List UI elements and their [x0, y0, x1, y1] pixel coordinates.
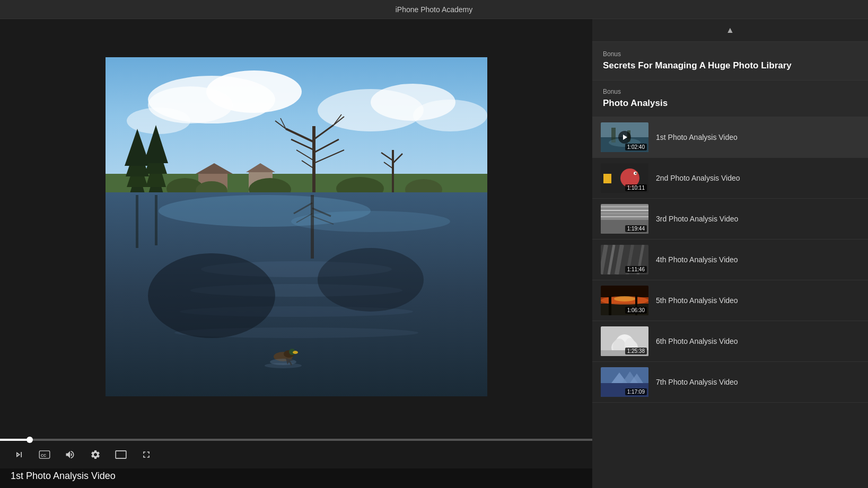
video-list-item[interactable]: 1:11:46 4th Photo Analysis Video — [592, 239, 868, 280]
video-item-label: 5th Photo Analysis Video — [656, 296, 738, 305]
video-title-bar: 1st Photo Analysis Video — [0, 468, 592, 488]
photo-analysis-label: Bonus — [603, 88, 857, 95]
svg-rect-52 — [136, 195, 138, 248]
skip-next-button[interactable] — [11, 446, 28, 463]
svg-rect-99 — [609, 296, 611, 315]
video-item-label: 4th Photo Analysis Video — [656, 255, 738, 264]
svg-point-58 — [148, 253, 275, 338]
video-frame[interactable] — [106, 57, 487, 396]
bonus-section-header: Bonus Secrets For Managing A Huge Photo … — [592, 42, 868, 81]
play-icon — [618, 131, 631, 144]
video-duration: 1:10:11 — [625, 184, 647, 191]
photo-analysis-title: Photo Analysis — [603, 97, 857, 109]
video-thumbnail: 1:10:11 — [601, 163, 648, 193]
video-item-label: 2nd Photo Analysis Video — [656, 173, 740, 183]
svg-point-80 — [635, 173, 637, 174]
svg-point-7 — [127, 108, 190, 134]
video-list-item[interactable]: 1:10:11 2nd Photo Analysis Video — [592, 158, 868, 199]
video-thumbnail: 1:17:09 — [601, 367, 648, 397]
video-duration: 1:11:46 — [625, 266, 647, 273]
sidebar: ▲ Bonus Secrets For Managing A Huge Phot… — [592, 19, 868, 488]
video-list-item[interactable]: 1:02:40 1st Photo Analysis Video — [592, 117, 868, 158]
video-thumbnail: 1:02:40 — [601, 122, 648, 152]
video-area: CC — [0, 19, 592, 488]
fullscreen-button[interactable] — [138, 446, 155, 463]
video-item-label: 1st Photo Analysis Video — [656, 132, 738, 142]
controls-bar: CC — [0, 434, 592, 468]
video-list: 1:02:40 1st Photo Analysis Video 1:10:11… — [592, 117, 868, 488]
main-layout: CC — [0, 19, 868, 488]
svg-rect-31 — [392, 150, 394, 195]
bonus-label: Bonus — [603, 50, 857, 58]
svg-point-6 — [413, 100, 487, 131]
video-duration: 1:17:09 — [625, 388, 647, 395]
bonus-section-title: Secrets For Managing A Huge Photo Librar… — [603, 60, 857, 72]
progress-bar[interactable] — [0, 439, 592, 441]
closed-captions-button[interactable]: CC — [36, 446, 53, 463]
video-thumbnail: 1:06:30 — [601, 286, 648, 315]
svg-point-46 — [291, 211, 450, 232]
progress-dot — [27, 437, 33, 443]
volume-button[interactable] — [62, 446, 78, 463]
app-title: iPhone Photo Academy — [396, 5, 473, 14]
video-duration: 1:06:30 — [625, 307, 647, 314]
video-duration: 1:02:40 — [625, 144, 647, 150]
theater-mode-button[interactable] — [112, 446, 129, 463]
progress-fill — [0, 439, 30, 441]
chevron-up-icon: ▲ — [726, 25, 734, 35]
video-container — [0, 19, 592, 434]
video-duration: 1:19:44 — [625, 225, 647, 232]
svg-point-63 — [293, 351, 298, 354]
svg-rect-53 — [155, 195, 157, 245]
video-item-label: 7th Photo Analysis Video — [656, 377, 738, 387]
svg-point-65 — [265, 363, 302, 368]
video-list-item[interactable]: 1:19:44 3rd Photo Analysis Video — [592, 199, 868, 239]
video-duration: 1:25:38 — [625, 348, 647, 354]
svg-rect-47 — [311, 195, 314, 259]
svg-point-59 — [318, 248, 424, 312]
sidebar-collapse-button[interactable]: ▲ — [592, 19, 868, 42]
controls-bottom: CC — [0, 441, 592, 468]
svg-text:CC: CC — [41, 454, 46, 458]
video-thumbnail: 1:19:44 — [601, 204, 648, 234]
video-list-item[interactable]: 1:06:30 5th Photo Analysis Video — [592, 280, 868, 321]
video-thumbnail: 1:25:38 — [601, 326, 648, 356]
photo-analysis-section-header: Bonus Photo Analysis — [592, 81, 868, 117]
video-list-item[interactable]: 1:17:09 7th Photo Analysis Video — [592, 362, 868, 403]
video-thumbnail: 1:11:46 — [601, 245, 648, 274]
video-item-label: 6th Photo Analysis Video — [656, 336, 738, 346]
current-video-title: 1st Photo Analysis Video — [11, 471, 116, 481]
svg-rect-69 — [116, 451, 126, 458]
video-item-label: 3rd Photo Analysis Video — [656, 214, 738, 224]
svg-rect-81 — [603, 174, 611, 183]
video-image — [106, 57, 487, 396]
svg-point-98 — [614, 296, 635, 301]
app-header: iPhone Photo Academy — [0, 0, 868, 19]
video-list-item[interactable]: 1:25:38 6th Photo Analysis Video — [592, 321, 868, 362]
settings-button[interactable] — [87, 446, 104, 463]
